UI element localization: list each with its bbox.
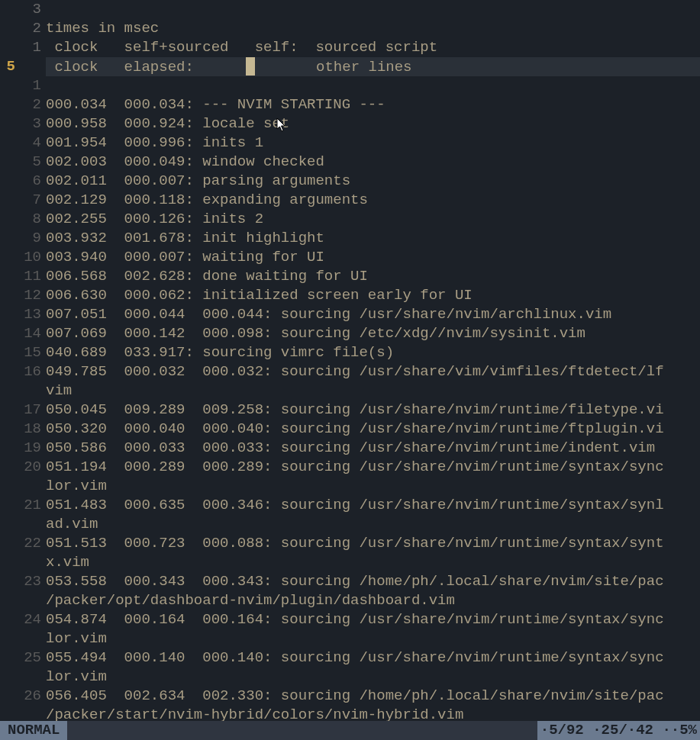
code-line[interactable] [46, 76, 700, 95]
code-line-wrap[interactable]: vim [46, 381, 700, 401]
block-cursor [246, 57, 255, 76]
code-line[interactable]: 051.513 000.723 000.088: sourcing /usr/s… [46, 534, 700, 553]
code-line[interactable]: 002.011 000.007: parsing arguments [46, 172, 700, 191]
relnum: 22 [0, 534, 41, 553]
relnum: 13 [0, 305, 41, 324]
line-number-gutter: 3 2 1 5 1 2 3 4 5 6 7 8 9 10 11 12 13 14… [0, 0, 46, 721]
code-line-wrap[interactable]: ad.vim [46, 515, 700, 534]
relnum: 2 [0, 19, 41, 38]
statusline: NORMAL ·5/92 ·25/·42 ··5% [0, 721, 700, 740]
code-line-wrap[interactable]: /packer/start/nvim-hybrid/colors/nvim-hy… [46, 706, 700, 721]
relnum: 3 [0, 114, 41, 134]
code-line-wrap[interactable]: /packer/opt/dashboard-nvim/plugin/dashbo… [46, 591, 700, 610]
code-line[interactable] [46, 0, 700, 19]
code-line[interactable]: 040.689 033.917: sourcing vimrc file(s) [46, 343, 700, 362]
code-line[interactable]: 050.320 000.040 000.040: sourcing /usr/s… [46, 420, 700, 439]
code-line[interactable]: times in msec [46, 19, 700, 38]
relnum: 1 [0, 76, 41, 95]
relnum: 15 [0, 343, 41, 362]
current-line[interactable]: clock elapsed: other lines [46, 57, 700, 76]
relnum: 9 [0, 229, 41, 248]
relnum [0, 591, 41, 610]
relnum: 8 [0, 210, 41, 229]
relnum: 5 [0, 153, 41, 172]
code-line-wrap[interactable]: x.vim [46, 553, 700, 572]
relnum: 21 [0, 496, 41, 515]
code-line-wrap[interactable]: lor.vim [46, 668, 700, 687]
code-line[interactable]: 007.051 000.044 000.044: sourcing /usr/s… [46, 305, 700, 324]
code-line-wrap[interactable]: lor.vim [46, 629, 700, 648]
code-line[interactable]: 007.069 000.142 000.098: sourcing /etc/x… [46, 324, 700, 343]
text-before-cursor: clock elapsed: [46, 59, 246, 76]
code-line[interactable]: 002.129 000.118: expanding arguments [46, 191, 700, 210]
relnum: 19 [0, 439, 41, 458]
relnum: 11 [0, 267, 41, 286]
current-line-number: 5 [0, 57, 41, 76]
relnum: 26 [0, 687, 41, 706]
code-line[interactable]: 000.958 000.924: locale set [46, 114, 700, 134]
relnum: 12 [0, 286, 41, 305]
code-line[interactable]: 006.630 000.062: initialized screen earl… [46, 286, 700, 305]
buffer-content[interactable]: times in msec clock self+sourced self: s… [46, 0, 700, 721]
relnum: 20 [0, 458, 41, 477]
code-line[interactable]: 050.045 009.289 009.258: sourcing /usr/s… [46, 401, 700, 420]
code-line[interactable]: 050.586 000.033 000.033: sourcing /usr/s… [46, 439, 700, 458]
relnum [0, 668, 41, 687]
code-line[interactable]: 051.483 000.635 000.346: sourcing /usr/s… [46, 496, 700, 515]
code-line[interactable]: 049.785 000.032 000.032: sourcing /usr/s… [46, 362, 700, 381]
code-line[interactable]: 003.940 000.007: waiting for UI [46, 248, 700, 267]
relnum: 16 [0, 362, 41, 381]
relnum: 24 [0, 610, 41, 629]
text-after-cursor: other lines [255, 59, 411, 76]
relnum [0, 381, 41, 401]
relnum: 23 [0, 572, 41, 591]
relnum: 4 [0, 134, 41, 153]
relnum: 1 [0, 38, 41, 57]
code-line[interactable]: 002.003 000.049: window checked [46, 153, 700, 172]
code-line[interactable]: 054.874 000.164 000.164: sourcing /usr/s… [46, 610, 700, 629]
relnum: 18 [0, 420, 41, 439]
relnum: 17 [0, 401, 41, 420]
code-line[interactable]: 003.932 001.678: init highlight [46, 229, 700, 248]
code-line[interactable]: 000.034 000.034: --- NVIM STARTING --- [46, 95, 700, 114]
code-line-wrap[interactable]: lor.vim [46, 477, 700, 496]
code-line[interactable]: clock self+sourced self: sourced script [46, 38, 700, 57]
relnum [0, 477, 41, 496]
relnum [0, 515, 41, 534]
code-line[interactable]: 053.558 000.343 000.343: sourcing /home/… [46, 572, 700, 591]
code-line[interactable]: 001.954 000.996: inits 1 [46, 134, 700, 153]
code-line[interactable]: 056.405 002.634 002.330: sourcing /home/… [46, 687, 700, 706]
mode-indicator: NORMAL [0, 721, 67, 740]
relnum: 7 [0, 191, 41, 210]
relnum: 3 [0, 0, 41, 19]
relnum: 6 [0, 172, 41, 191]
code-line[interactable]: 006.568 002.628: done waiting for UI [46, 267, 700, 286]
relnum: 25 [0, 648, 41, 668]
relnum [0, 629, 41, 648]
code-line[interactable]: 051.194 000.289 000.289: sourcing /usr/s… [46, 458, 700, 477]
relnum [0, 553, 41, 572]
relnum: 10 [0, 248, 41, 267]
editor-viewport[interactable]: 3 2 1 5 1 2 3 4 5 6 7 8 9 10 11 12 13 14… [0, 0, 700, 721]
relnum: 14 [0, 324, 41, 343]
position-indicator: ·5/92 ·25/·42 ··5% [537, 721, 700, 740]
relnum: 2 [0, 95, 41, 114]
code-line[interactable]: 002.255 000.126: inits 2 [46, 210, 700, 229]
code-line[interactable]: 055.494 000.140 000.140: sourcing /usr/s… [46, 648, 700, 668]
